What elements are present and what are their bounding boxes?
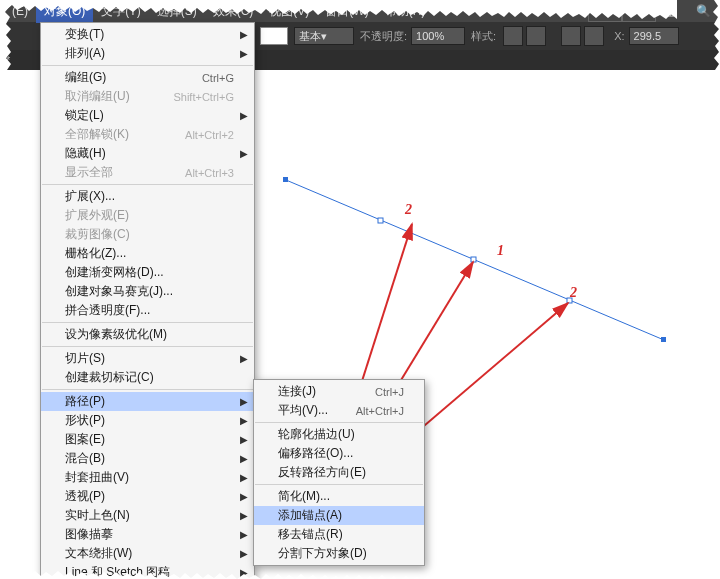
- object-menu-item-10[interactable]: 扩展(X)...: [41, 187, 254, 206]
- svg-rect-3: [471, 257, 476, 262]
- menu-effect[interactable]: 效果(C): [205, 0, 262, 23]
- object-menu-item-label: 形状(P): [65, 412, 234, 429]
- object-menu-item-label: 创建对象马赛克(J)...: [65, 283, 234, 300]
- object-menu-item-6: 全部解锁(K)Alt+Ctrl+2: [41, 125, 254, 144]
- object-menu-item-label: 创建渐变网格(D)...: [65, 264, 234, 281]
- toolbutton-search[interactable]: 🔍: [688, 1, 720, 21]
- object-menu-item-label: 创建裁切标记(C): [65, 369, 234, 386]
- menu-bar: (E) 对象(O) 文字(T) 选择(S) 效果(C) 视图(V) 窗口(W) …: [0, 0, 720, 22]
- object-menu-item-5[interactable]: 锁定(L)▶: [41, 106, 254, 125]
- submenu-arrow-icon: ▶: [240, 548, 248, 559]
- object-menu-item-label: 栅格化(Z)...: [65, 245, 234, 262]
- path-submenu-item-8[interactable]: 添加锚点(A): [254, 506, 424, 525]
- svg-rect-2: [661, 337, 666, 342]
- document-tab[interactable]: *: [6, 54, 10, 66]
- object-menu-item-4: 取消编组(U)Shift+Ctrl+G: [41, 87, 254, 106]
- object-menu-item-label: 裁剪图像(C): [65, 226, 234, 243]
- path-submenu-item-4[interactable]: 偏移路径(O)...: [254, 444, 424, 463]
- toolbutton-br[interactable]: Br: [588, 0, 622, 22]
- object-menu-item-12: 裁剪图像(C): [41, 225, 254, 244]
- object-menu-item-13[interactable]: 栅格化(Z)...: [41, 244, 254, 263]
- path-submenu-item-1[interactable]: 平均(V)...Alt+Ctrl+J: [254, 401, 424, 420]
- object-menu-item-32[interactable]: Line 和 Sketch 图稿▶: [41, 563, 254, 579]
- brush-selector[interactable]: 基本 ▾: [294, 27, 354, 45]
- object-menu-item-0[interactable]: 变换(T)▶: [41, 25, 254, 44]
- object-menu-item-15[interactable]: 创建对象马赛克(J)...: [41, 282, 254, 301]
- submenu-arrow-icon: ▶: [240, 148, 248, 159]
- submenu-arrow-icon: ▶: [240, 415, 248, 426]
- submenu-arrow-icon: ▶: [240, 110, 248, 121]
- toolbutton-st[interactable]: St: [622, 0, 656, 22]
- menu-select[interactable]: 选择(S): [149, 0, 205, 23]
- toolbutton-panels[interactable]: ▦: [656, 1, 688, 21]
- object-menu-item-25[interactable]: 图案(E)▶: [41, 430, 254, 449]
- object-menu-separator: [42, 184, 253, 185]
- object-menu-item-31[interactable]: 文本绕排(W)▶: [41, 544, 254, 563]
- object-menu-item-label: 设为像素级优化(M): [65, 326, 234, 343]
- submenu-arrow-icon: ▶: [240, 29, 248, 40]
- opacity-field[interactable]: 100%: [411, 27, 465, 45]
- object-menu-item-3[interactable]: 编组(G)Ctrl+G: [41, 68, 254, 87]
- path-submenu-item-label: 偏移路径(O)...: [278, 445, 404, 462]
- object-menu-separator: [42, 346, 253, 347]
- svg-rect-1: [283, 177, 288, 182]
- object-menu-item-label: 锁定(L): [65, 107, 234, 124]
- object-menu-item-21[interactable]: 创建裁切标记(C): [41, 368, 254, 387]
- object-menu-item-26[interactable]: 混合(B)▶: [41, 449, 254, 468]
- object-menu-item-30[interactable]: 图像描摹▶: [41, 525, 254, 544]
- object-menu-item-16[interactable]: 拼合透明度(F)...: [41, 301, 254, 320]
- object-menu-item-8: 显示全部Alt+Ctrl+3: [41, 163, 254, 182]
- submenu-arrow-icon: ▶: [240, 472, 248, 483]
- object-menu-item-label: 路径(P): [65, 393, 234, 410]
- path-submenu-item-3[interactable]: 轮廓化描边(U): [254, 425, 424, 444]
- menu-text[interactable]: 文字(T): [93, 0, 148, 23]
- object-menu-item-label: 实时上色(N): [65, 507, 234, 524]
- style-button-2[interactable]: [526, 26, 546, 46]
- path-submenu-item-0[interactable]: 连接(J)Ctrl+J: [254, 382, 424, 401]
- path-submenu-item-label: 轮廓化描边(U): [278, 426, 404, 443]
- object-menu-item-7[interactable]: 隐藏(H)▶: [41, 144, 254, 163]
- menu-help[interactable]: 帮助(H): [377, 0, 434, 23]
- submenu-arrow-icon: ▶: [240, 396, 248, 407]
- path-submenu-item-label: 分割下方对象(D): [278, 545, 404, 562]
- object-menu-item-11: 扩展外观(E): [41, 206, 254, 225]
- svg-rect-4: [378, 218, 383, 223]
- object-menu-item-18[interactable]: 设为像素级优化(M): [41, 325, 254, 344]
- object-menu-item-label: 透视(P): [65, 488, 234, 505]
- style-button-1[interactable]: [503, 26, 523, 46]
- opacity-label: 不透明度:: [360, 29, 407, 44]
- x-label: X:: [614, 30, 624, 42]
- object-menu-item-24[interactable]: 形状(P)▶: [41, 411, 254, 430]
- path-submenu-item-label: 反转路径方向(E): [278, 464, 404, 481]
- path-submenu-item-9[interactable]: 移去锚点(R): [254, 525, 424, 544]
- menu-window[interactable]: 窗口(W): [317, 0, 376, 23]
- menu-object[interactable]: 对象(O): [36, 0, 93, 23]
- object-menu-item-23[interactable]: 路径(P)▶: [41, 392, 254, 411]
- stroke-color[interactable]: [260, 27, 288, 45]
- object-menu-item-14[interactable]: 创建渐变网格(D)...: [41, 263, 254, 282]
- object-menu-item-28[interactable]: 透视(P)▶: [41, 487, 254, 506]
- path-submenu-item-10[interactable]: 分割下方对象(D): [254, 544, 424, 563]
- object-menu-separator: [42, 322, 253, 323]
- submenu-arrow-icon: ▶: [240, 453, 248, 464]
- object-menu-item-29[interactable]: 实时上色(N)▶: [41, 506, 254, 525]
- submenu-arrow-icon: ▶: [240, 510, 248, 521]
- object-menu-item-label: 扩展(X)...: [65, 188, 234, 205]
- menu-edit[interactable]: (E): [4, 1, 36, 21]
- path-submenu-item-shortcut: Ctrl+J: [375, 386, 404, 398]
- path-submenu-item-5[interactable]: 反转路径方向(E): [254, 463, 424, 482]
- object-menu-separator: [42, 65, 253, 66]
- object-menu-item-1[interactable]: 排列(A)▶: [41, 44, 254, 63]
- transform-button[interactable]: [584, 26, 604, 46]
- align-button[interactable]: [561, 26, 581, 46]
- x-field[interactable]: 299.5: [629, 27, 679, 45]
- menu-view[interactable]: 视图(V): [261, 0, 317, 23]
- anchor-label-2b: 2: [570, 285, 577, 301]
- path-submenu-separator: [255, 484, 423, 485]
- object-menu-item-label: 全部解锁(K): [65, 126, 185, 143]
- object-menu-item-label: 图案(E): [65, 431, 234, 448]
- object-menu-dropdown: 变换(T)▶排列(A)▶编组(G)Ctrl+G取消编组(U)Shift+Ctrl…: [40, 22, 255, 579]
- object-menu-item-20[interactable]: 切片(S)▶: [41, 349, 254, 368]
- object-menu-item-27[interactable]: 封套扭曲(V)▶: [41, 468, 254, 487]
- path-submenu-item-7[interactable]: 简化(M)...: [254, 487, 424, 506]
